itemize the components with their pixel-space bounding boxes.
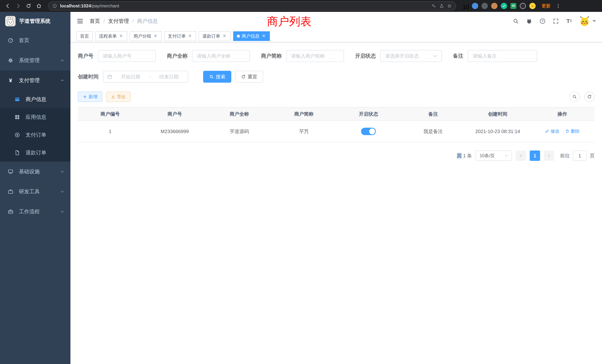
browser-menu-icon[interactable] bbox=[556, 3, 561, 9]
export-button-label: 导出 bbox=[117, 94, 126, 100]
screen: localhost:1024/pay/merchant 10 更新 bbox=[0, 0, 602, 364]
tab-user-group[interactable]: 用户分组✕ bbox=[130, 31, 162, 41]
pagination: 共 1 条 10条/页 1 前往 页 bbox=[78, 150, 595, 161]
page-content: 商户号 商户全称 商户简称 开启状态 请选择开启状态 bbox=[70, 42, 602, 161]
extension-icon[interactable] bbox=[491, 3, 497, 9]
remark-input[interactable] bbox=[468, 50, 537, 62]
extension-icon[interactable] bbox=[482, 3, 488, 9]
close-icon[interactable]: ✕ bbox=[261, 34, 266, 39]
sidebar-item-refund-order[interactable]: 退款订单 bbox=[0, 144, 70, 162]
extension-icon[interactable] bbox=[510, 3, 516, 9]
font-size-icon[interactable]: TT bbox=[566, 18, 573, 25]
tab-pay-order[interactable]: 支付订单✕ bbox=[164, 31, 196, 41]
sidebar-item-payment[interactable]: ¥ 支付管理 bbox=[0, 70, 70, 90]
pikachu-avatar-icon bbox=[579, 16, 590, 27]
reset-button[interactable]: 重置 bbox=[235, 71, 263, 83]
prev-page-button[interactable] bbox=[516, 150, 526, 161]
tab-label: 流程表单 bbox=[99, 33, 117, 39]
sidebar-item-app-info[interactable]: 应用信息 bbox=[0, 108, 70, 126]
page-number-1[interactable]: 1 bbox=[530, 150, 540, 161]
delete-link[interactable]: 删除 bbox=[565, 128, 580, 134]
site-info-icon[interactable] bbox=[52, 3, 57, 8]
plus-icon bbox=[83, 95, 87, 99]
sidebar-item-workflow[interactable]: 工作流程 bbox=[0, 202, 70, 222]
browser-reload-icon[interactable] bbox=[24, 2, 33, 10]
tab-home[interactable]: 首页 bbox=[76, 31, 93, 41]
tab-process-form[interactable]: 流程表单✕ bbox=[95, 31, 127, 41]
toggle-search-button[interactable] bbox=[569, 92, 580, 102]
tab-label: 用户分组 bbox=[133, 33, 151, 39]
tab-refund-order[interactable]: 退款订单✕ bbox=[199, 31, 231, 41]
page-unit-label: 页 bbox=[590, 152, 595, 159]
cell-status bbox=[336, 121, 401, 142]
close-icon[interactable]: ✕ bbox=[119, 34, 123, 39]
password-key-icon[interactable] bbox=[431, 3, 436, 8]
full-name-input[interactable] bbox=[192, 50, 250, 62]
breadcrumb-home[interactable]: 首页 bbox=[90, 18, 100, 25]
field-label: 商户全称 bbox=[167, 53, 188, 60]
cell-merchant-no: M233666999 bbox=[142, 121, 207, 142]
status-select[interactable]: 请选择开启状态 bbox=[380, 50, 442, 62]
edit-link-label: 修改 bbox=[550, 128, 559, 134]
status-toggle[interactable] bbox=[361, 128, 376, 135]
sidebar-item-merchant-info[interactable]: 商户信息 bbox=[0, 90, 70, 108]
browser-forward-icon[interactable] bbox=[14, 2, 22, 10]
hamburger-icon[interactable] bbox=[76, 17, 84, 25]
sidebar-item-label: 支付订单 bbox=[26, 131, 46, 139]
share-icon[interactable] bbox=[439, 3, 444, 8]
cell-actions: 修改 删除 bbox=[530, 121, 595, 142]
bookmark-star-icon[interactable] bbox=[447, 3, 452, 8]
merchant-no-input[interactable] bbox=[98, 50, 156, 62]
browser-update-button[interactable]: 更新 bbox=[542, 3, 550, 9]
address-bar[interactable]: localhost:1024/pay/merchant bbox=[48, 1, 456, 10]
search-icon bbox=[572, 94, 577, 99]
sidebar-item-system[interactable]: 系统管理 bbox=[0, 50, 70, 70]
edit-link[interactable]: 修改 bbox=[545, 128, 559, 134]
date-range-picker[interactable]: 开始日期 - 结束日期 bbox=[103, 71, 188, 83]
sidebar-item-infrastructure[interactable]: 基础设施 bbox=[0, 162, 70, 182]
tab-merchant-info[interactable]: 商户信息✕ bbox=[233, 31, 270, 41]
goto-page-input[interactable] bbox=[573, 150, 587, 161]
sidebar-item-home[interactable]: 首页 bbox=[0, 30, 70, 50]
browser-home-icon[interactable] bbox=[35, 2, 43, 10]
github-icon[interactable] bbox=[526, 18, 533, 25]
search-icon[interactable] bbox=[512, 18, 519, 25]
extension-icon[interactable] bbox=[501, 3, 507, 9]
field-create-time: 创建时间 开始日期 - 结束日期 bbox=[78, 71, 188, 83]
delete-link-label: 删除 bbox=[571, 128, 580, 134]
export-button[interactable]: 导出 bbox=[106, 92, 130, 102]
extension-icon[interactable] bbox=[529, 3, 536, 9]
sidebar-item-label: 系统管理 bbox=[19, 57, 40, 64]
breadcrumb-section[interactable]: 支付管理 bbox=[108, 18, 129, 25]
browser-back-icon[interactable] bbox=[4, 2, 12, 10]
extension-icon[interactable] bbox=[472, 3, 478, 9]
chevron-up-icon bbox=[60, 78, 64, 83]
fullscreen-icon[interactable] bbox=[552, 18, 559, 25]
search-button[interactable]: 搜索 bbox=[203, 71, 231, 83]
close-icon[interactable]: ✕ bbox=[222, 34, 227, 39]
col-header: 商户全称 bbox=[207, 107, 272, 121]
extension-icon[interactable]: 10 bbox=[463, 3, 469, 9]
page-size-select[interactable]: 10条/页 bbox=[476, 150, 512, 161]
chevron-down-icon bbox=[592, 20, 596, 22]
briefcase-icon bbox=[7, 208, 14, 215]
add-button[interactable]: 新增 bbox=[78, 92, 102, 102]
help-icon[interactable]: ? bbox=[539, 18, 546, 25]
user-avatar[interactable] bbox=[579, 16, 596, 27]
extension-icon[interactable] bbox=[520, 3, 526, 9]
col-header: 开启状态 bbox=[336, 107, 401, 121]
refresh-table-button[interactable] bbox=[584, 92, 595, 102]
close-icon[interactable]: ✕ bbox=[188, 34, 192, 39]
next-page-button[interactable] bbox=[544, 150, 554, 161]
selected-text: 共 bbox=[457, 153, 462, 159]
sidebar-item-pay-order[interactable]: 支付订单 bbox=[0, 126, 70, 144]
close-icon[interactable]: ✕ bbox=[153, 34, 158, 39]
field-label: 创建时间 bbox=[78, 73, 99, 80]
pencil-icon bbox=[545, 129, 549, 133]
short-name-input[interactable] bbox=[286, 50, 344, 62]
grid-icon bbox=[14, 114, 20, 120]
app-logo[interactable]: 芋道管理系统 bbox=[0, 12, 70, 30]
dashboard-icon bbox=[7, 37, 14, 43]
app-window: 芋道管理系统 首页 bbox=[0, 12, 602, 364]
sidebar-item-dev-tools[interactable]: 研发工具 bbox=[0, 182, 70, 202]
